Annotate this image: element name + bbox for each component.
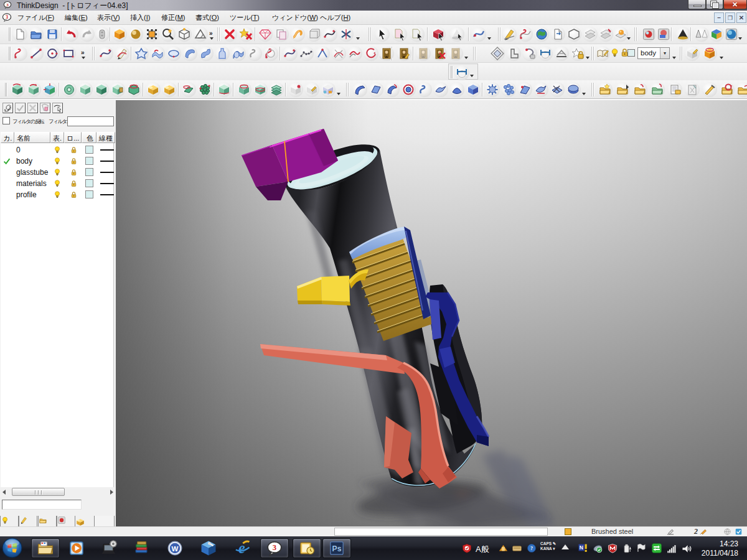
svg-text:3: 3 (6, 14, 8, 20)
svg-text:Ps: Ps (332, 544, 342, 553)
svg-text:N: N (580, 544, 583, 551)
svg-text:3: 3 (6, 2, 9, 7)
svg-text:?: ? (530, 546, 533, 551)
svg-text:3: 3 (273, 543, 276, 552)
svg-text:W: W (172, 545, 179, 553)
